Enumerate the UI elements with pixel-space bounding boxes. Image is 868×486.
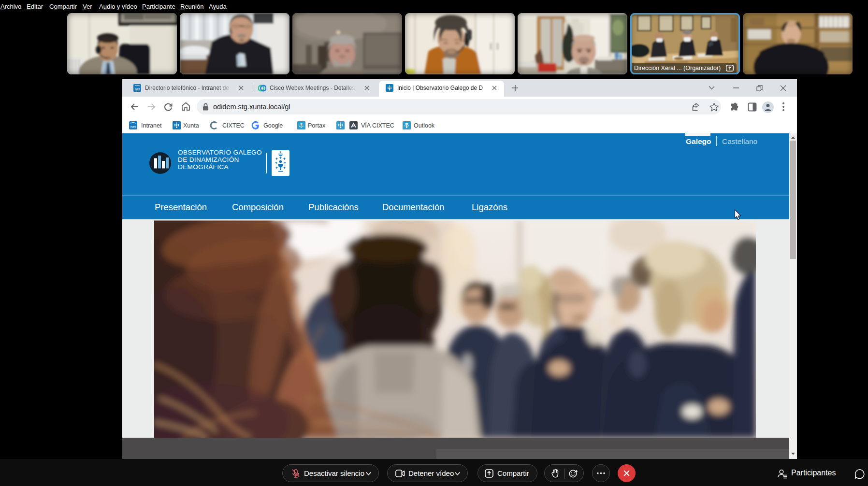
svg-text:net: net	[135, 87, 140, 91]
svg-text:net: net	[130, 125, 136, 129]
